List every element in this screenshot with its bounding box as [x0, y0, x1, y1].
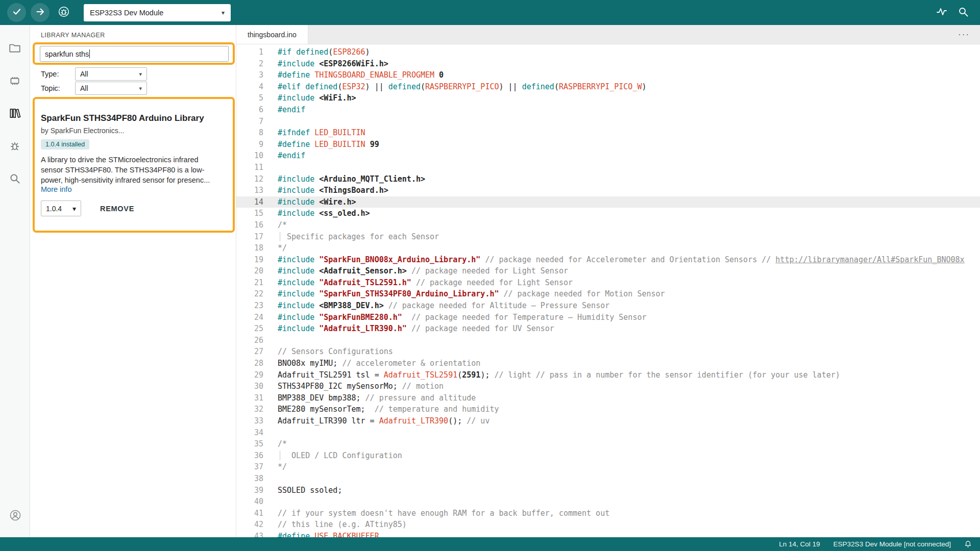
version-select[interactable]: 1.0.4 ▾	[41, 201, 81, 216]
code-text: // this line (e.g. ATtiny85)	[278, 519, 407, 531]
check-icon	[12, 7, 22, 18]
code-line[interactable]: 15#include <ss_oled.h>	[236, 208, 980, 219]
library-actions: 1.0.4 ▾ REMOVE	[41, 201, 223, 216]
code-line[interactable]: 13#include <ThingsBoard.h>	[236, 185, 980, 196]
type-filter-select[interactable]: All ▾	[75, 67, 147, 81]
code-text: SSOLED ssoled;	[278, 485, 342, 496]
code-line[interactable]: 41// if your system doesn't have enough …	[236, 508, 980, 519]
code-text: #define LED_BUILTIN 99	[278, 139, 379, 151]
code-line[interactable]: 24#include "SparkFunBME280.h" // package…	[236, 312, 980, 323]
sidebar-item-library-manager[interactable]	[0, 97, 30, 130]
code-line[interactable]: 21#include "Adafruit_TSL2591.h" // packa…	[236, 277, 980, 289]
code-line[interactable]: 29Adafruit_TSL2591 tsl = Adafruit_TSL259…	[236, 369, 980, 381]
editor-more-actions-icon[interactable]: ···	[955, 25, 973, 44]
code-line[interactable]: 30STHS34PF80_I2C mySensorMo; // motion	[236, 381, 980, 392]
code-line[interactable]: 4#elif defined(ESP32) || defined(RASPBER…	[236, 81, 980, 93]
upload-button[interactable]	[31, 3, 50, 22]
line-number: 12	[236, 173, 263, 185]
topic-filter-value: All	[80, 84, 88, 92]
code-line[interactable]: 39SSOLED ssoled;	[236, 485, 980, 496]
verify-button[interactable]	[7, 3, 26, 22]
start-debug-button[interactable]	[54, 3, 73, 22]
sidebar-item-debug[interactable]	[0, 130, 30, 163]
cursor-position[interactable]: Ln 14, Col 19	[779, 540, 820, 548]
code-line[interactable]: 1#if defined(ESP8266)	[236, 46, 980, 58]
code-line[interactable]: 17│ Specific packages for each Sensor	[236, 231, 980, 243]
code-text: #if defined(ESP8266)	[278, 46, 370, 58]
code-line[interactable]: 31BMP388_DEV bmp388; // pressure and alt…	[236, 392, 980, 404]
code-text: Adafruit_LTR390 ltr = Adafruit_LTR390();…	[278, 415, 489, 427]
line-number: 34	[236, 427, 263, 439]
sidebar-item-boards-manager[interactable]	[0, 65, 30, 97]
sidebar-item-sketchbook[interactable]	[0, 32, 30, 65]
line-number: 20	[236, 265, 263, 277]
code-line[interactable]: 7	[236, 116, 980, 128]
code-line[interactable]: 19#include "SparkFun_BNO08x_Arduino_Libr…	[236, 254, 980, 266]
library-search-input[interactable]: sparkfun sths	[40, 46, 229, 62]
search-icon	[8, 172, 21, 187]
code-line[interactable]: 40	[236, 496, 980, 508]
code-line[interactable]: 16/*	[236, 219, 980, 231]
sidebar-item-search[interactable]	[0, 163, 30, 195]
code-line[interactable]: 5#include <WiFi.h>	[236, 92, 980, 104]
search-input-value: sparkfun sths	[45, 50, 89, 58]
code-line[interactable]: 25#include "Adafruit_LTR390.h" // packag…	[236, 323, 980, 335]
tab-thingsboard-ino[interactable]: thingsboard.ino	[236, 25, 308, 44]
code-line[interactable]: 3#define THINGSBOARD_ENABLE_PROGMEM 0	[236, 69, 980, 81]
line-number: 33	[236, 415, 263, 427]
board-connection-status[interactable]: ESP32S3 Dev Module [not connected]	[834, 540, 951, 548]
code-line[interactable]: 14#include <Wire.h>	[236, 196, 980, 208]
installed-badge: 1.0.4 installed	[41, 139, 89, 149]
type-filter-label: Type:	[41, 70, 75, 78]
library-author: by SparkFun Electronics...	[41, 127, 223, 135]
board-selector-dropdown[interactable]: ESP32S3 Dev Module ▾	[84, 4, 231, 21]
code-line[interactable]: 11	[236, 162, 980, 173]
line-number: 4	[236, 81, 263, 93]
code-line[interactable]: 12#include <Arduino_MQTT_Client.h>	[236, 173, 980, 185]
code-line[interactable]: 43#define USE_BACKBUFFER	[236, 531, 980, 537]
code-line[interactable]: 38	[236, 473, 980, 485]
code-line[interactable]: 42// this line (e.g. ATtiny85)	[236, 519, 980, 531]
notifications-bell-icon[interactable]	[964, 540, 972, 548]
code-text: #include <Arduino_MQTT_Client.h>	[278, 173, 425, 185]
code-line[interactable]: 28BNO08x myIMU; // accelerometer & orien…	[236, 358, 980, 369]
code-line[interactable]: 8#ifndef LED_BUILTIN	[236, 127, 980, 139]
code-text: BMP388_DEV bmp388; // pressure and altit…	[278, 392, 476, 404]
code-line[interactable]: 34	[236, 427, 980, 439]
sidebar-item-account[interactable]	[0, 499, 30, 532]
code-line[interactable]: 32BME280 mySensorTem; // temperature and…	[236, 404, 980, 415]
code-line[interactable]: 20#include <Adafruit_Sensor.h> // packag…	[236, 265, 980, 277]
topic-filter-select[interactable]: All ▾	[75, 82, 147, 95]
code-line[interactable]: 37*/	[236, 461, 980, 473]
serial-monitor-button[interactable]	[958, 6, 969, 19]
code-line[interactable]: 35/*	[236, 438, 980, 450]
editor-tabbar: thingsboard.ino ···	[236, 25, 980, 44]
text-cursor	[89, 49, 90, 58]
code-hyperlink[interactable]: http://librarymanager/All#SparkFun_BNO08…	[775, 255, 964, 264]
chevron-down-icon: ▾	[222, 9, 225, 16]
code-line[interactable]: 26	[236, 335, 980, 346]
code-editor[interactable]: 1#if defined(ESP8266)2#include <ESP8266W…	[236, 44, 980, 537]
code-line[interactable]: 27// Sensors Configurations	[236, 346, 980, 358]
line-number: 26	[236, 335, 263, 346]
code-line[interactable]: 18*/	[236, 242, 980, 254]
serial-plotter-button[interactable]	[936, 6, 947, 19]
code-line[interactable]: 36│ OLED / LCD Configuration	[236, 450, 980, 462]
code-line[interactable]: 2#include <ESP8266WiFi.h>	[236, 58, 980, 70]
code-line[interactable]: 23#include <BMP388_DEV.h> // package nee…	[236, 300, 980, 312]
line-number: 19	[236, 254, 263, 266]
toolbar: ESP32S3 Dev Module ▾	[0, 0, 980, 25]
code-line[interactable]: 9#define LED_BUILTIN 99	[236, 139, 980, 151]
code-line[interactable]: 10#endif	[236, 150, 980, 162]
line-number: 5	[236, 92, 263, 104]
line-number: 23	[236, 300, 263, 312]
code-text: #include "Adafruit_LTR390.h" // package …	[278, 323, 554, 335]
remove-button[interactable]: REMOVE	[100, 205, 134, 213]
more-info-link[interactable]: More info	[41, 185, 77, 193]
code-text: │ Specific packages for each Sensor	[278, 231, 439, 243]
line-number: 38	[236, 473, 263, 485]
arduino-ide-window: ESP32S3 Dev Module ▾	[0, 0, 980, 551]
code-line[interactable]: 33Adafruit_LTR390 ltr = Adafruit_LTR390(…	[236, 415, 980, 427]
code-line[interactable]: 22#include "SparkFun_STHS34PF80_Arduino_…	[236, 288, 980, 300]
code-line[interactable]: 6#endif	[236, 104, 980, 116]
